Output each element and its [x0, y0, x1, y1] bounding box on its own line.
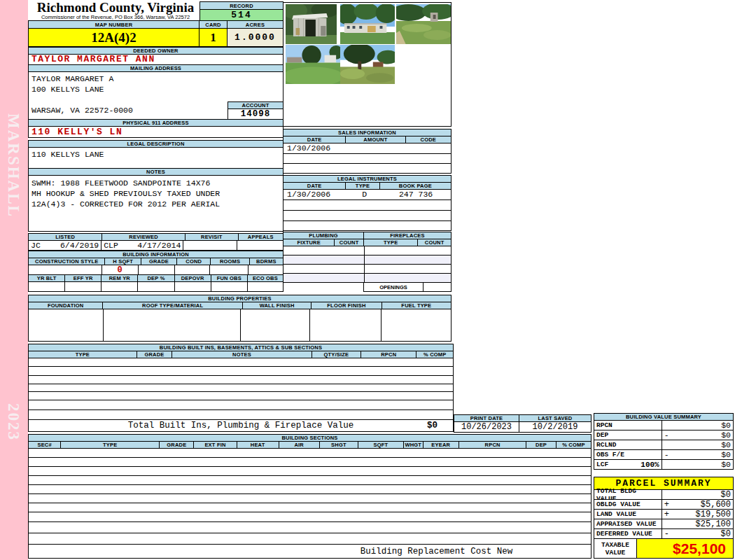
bvs-row-lcf: LCF 100% $0 — [594, 459, 734, 470]
building-sections-footer: Building Replacement Cost New — [28, 544, 592, 559]
appraised-label: APPRAISED VALUE — [594, 519, 662, 528]
sec-rpcn-header: RPCN — [459, 442, 527, 448]
built-ins-row — [28, 400, 454, 410]
photo-tree-field[interactable] — [340, 45, 395, 84]
sec-sqft-header: SQFT — [358, 442, 404, 448]
parcel-row-obldg: OBLDG VALUE + $5,600 — [594, 499, 734, 510]
review-values-row: JC 6/4/2019 CLP 4/17/2014 — [28, 240, 284, 251]
photo-field-shed[interactable] — [396, 4, 451, 44]
record-value: 514 — [200, 9, 284, 21]
photo-mobile-home[interactable] — [340, 4, 395, 44]
obldg-op: + — [664, 500, 669, 510]
yrblt-header: YR BLT — [29, 275, 65, 281]
plumb-fire-row-3 — [283, 264, 451, 274]
fixture-header: FIXTURE — [284, 239, 335, 246]
building-sections-row — [28, 448, 592, 458]
sec-whgt-header: WHGT — [404, 442, 424, 448]
instrument-date-header: DATE — [284, 183, 346, 189]
openings-label: OPENINGS — [363, 282, 424, 292]
fuel-type-header: FUEL TYPE — [382, 302, 451, 309]
bvs-obs-op: - — [664, 450, 669, 459]
parcel-row-appraised: APPRAISED VALUE $25,100 — [594, 519, 734, 529]
sec-shgt-header: SHGT — [320, 442, 358, 448]
bvs-obs-value: $0 — [721, 450, 731, 459]
cond-header: COND — [177, 258, 211, 265]
sec-extfin-header: EXT FIN — [194, 442, 237, 448]
bvs-rclnd-value: $0 — [721, 440, 731, 449]
bvs-dep-op: - — [664, 430, 669, 440]
building-replacement-note: Building Replacement Cost New — [281, 547, 592, 556]
ecoobs-header: ECO OBS — [248, 275, 283, 281]
instrument-row-2 — [283, 200, 451, 211]
bvs-lcf-value: $0 — [721, 460, 731, 469]
bvs-rclnd-label: RCLND — [594, 440, 662, 449]
listed-header: LISTED — [29, 234, 102, 240]
revisit-header: REVISIT — [186, 234, 238, 240]
building-info-values-1: 0 — [28, 265, 284, 275]
bvs-obs-label: OBS F/E — [594, 450, 662, 459]
legal-description-value: 110 KELLYS LANE — [28, 147, 284, 169]
building-sections-row — [28, 466, 592, 476]
parcel-row-total-bldg: TOTAL BLDG VALUE $0 — [594, 489, 734, 500]
photo-panel — [283, 2, 451, 127]
acres-value: 1.0000 — [227, 28, 284, 47]
reviewed-by: CLP — [104, 241, 118, 250]
fireplace-count-header: COUNT — [418, 239, 451, 246]
deppct-header: DEP % — [138, 275, 174, 281]
property-record-card: MARSHALL 2023 Richmond County, Virginia … — [0, 0, 735, 560]
instrument-date-value: 1/30/2006 — [284, 190, 348, 200]
bvs-rpcn-label: RPCN — [594, 421, 662, 430]
photo-yard[interactable] — [286, 45, 340, 84]
notes-line-1: SWMH: 1988 FLEETWOOD SANDPOINTE 14X76 — [29, 176, 283, 188]
sidebar-vendor-name: MARSHALL — [4, 113, 22, 239]
sales-row-2 — [283, 153, 451, 164]
instrument-type-header: TYPE — [346, 183, 380, 189]
sec-header: SEC# — [29, 442, 61, 448]
bvs-row-dep: DEP - $0 — [594, 430, 734, 440]
total-built-ins-value: $0 — [427, 421, 438, 431]
total-built-ins-label: Total Built Ins, Plumbing & Fireplace Va… — [29, 420, 453, 431]
wall-finish-header: WALL FINISH — [243, 302, 312, 309]
effyr-header: EFF YR — [65, 275, 102, 281]
land-op: + — [664, 510, 669, 519]
remyr-header: REM YR — [102, 275, 138, 281]
sec-dep-header: DEP — [526, 442, 556, 448]
grade-header: GRADE — [141, 258, 177, 265]
photo-shed[interactable] — [286, 4, 337, 44]
builtin-grade-header: GRADE — [137, 351, 173, 358]
notes-box: SWMH: 1988 FLEETWOOD SANDPOINTE 14X76 MH… — [28, 175, 284, 232]
appeals-header: APPEALS — [239, 234, 283, 240]
instrument-row-3 — [283, 210, 451, 221]
instrument-row-4 — [283, 220, 451, 231]
building-sections-row — [28, 457, 592, 467]
parcel-row-deferred: DEFERRED VALUE - $0 — [594, 528, 734, 539]
sales-amount-header: AMOUNT — [346, 136, 405, 143]
last-saved-value: 10/2/2019 — [519, 421, 592, 433]
builtin-notes-header: NOTES — [172, 351, 312, 358]
sales-row-1: 1/30/2006 — [283, 143, 451, 154]
total-bldg-value: $0 — [721, 490, 731, 500]
total-bldg-label: TOTAL BLDG VALUE — [594, 490, 662, 499]
bvs-row-rpcn: RPCN $0 — [594, 420, 734, 430]
sales-code-header: CODE — [406, 136, 451, 143]
floor-finish-header: FLOOR FINISH — [312, 302, 382, 309]
listed-value: JC 6/4/2019 — [29, 241, 102, 250]
plumb-fire-row-2 — [283, 255, 451, 265]
grade-value — [139, 265, 175, 274]
deferred-label: DEFERRED VALUE — [594, 529, 662, 538]
print-date-value: 10/26/2023 — [454, 421, 519, 433]
depovr-header: DEPOVR — [175, 275, 211, 281]
sec-eyear-header: EYEAR — [424, 442, 459, 448]
rooms-value — [210, 265, 249, 274]
reviewed-value: CLP 4/17/2014 — [102, 241, 183, 250]
foundation-header: FOUNDATION — [29, 302, 103, 309]
taxable-value-label: TAXABLE VALUE — [594, 538, 637, 559]
plumb-fire-row-1 — [283, 246, 451, 255]
rooms-header: ROOMS — [211, 258, 249, 265]
deferred-op: - — [664, 529, 669, 539]
built-ins-row — [28, 366, 454, 376]
physical-address-value: 110 KELLY'S LN — [28, 126, 284, 138]
page-subtitle: Commissioner of the Revenue, PO Box 366,… — [31, 14, 200, 20]
sec-grade-header: GRADE — [160, 442, 194, 448]
page-title: Richmond County, Virginia — [31, 1, 200, 14]
